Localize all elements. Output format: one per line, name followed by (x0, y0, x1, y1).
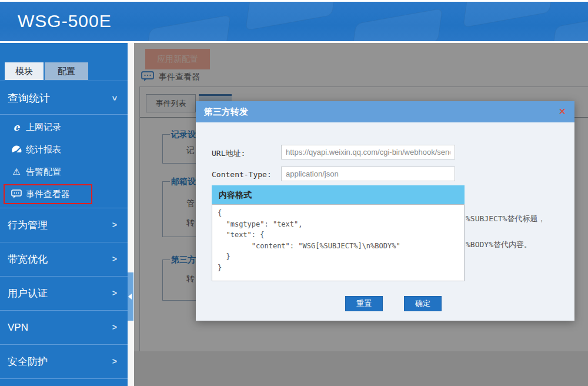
ie-icon: e (11, 121, 22, 133)
body-help-text: %BODY%替代内容。 (466, 239, 532, 250)
chevron-right-icon: > (112, 220, 117, 229)
subject-help-text: %SUBJECT%替代标题， (466, 214, 545, 224)
dialog-title: 第三方转发 (204, 101, 248, 122)
content-type-label: Content-Type: (212, 170, 272, 179)
third-party-forward-dialog: 第三方转发 ✕ URL地址: Content-Type: 内容格式 { "msg… (196, 101, 574, 321)
sidebar-item-label: 事件查看器 (26, 189, 70, 199)
dialog-titlebar[interactable]: 第三方转发 ✕ (196, 101, 574, 122)
chevron-down-icon: > (110, 96, 119, 101)
content-type-input[interactable] (281, 167, 455, 181)
sidebar-item-user-authentication[interactable]: 用户认证 > (0, 276, 128, 310)
sidebar-group-query-stats[interactable]: 查询统计 > (0, 81, 128, 115)
sidebar-item-label: 上网记录 (26, 122, 61, 132)
section-label: 带宽优化 (8, 242, 48, 276)
content-format-textarea[interactable]: { "msgtype": "text", "text": { "content"… (212, 204, 465, 281)
chevron-right-icon: > (112, 357, 117, 366)
chevron-right-icon: > (112, 254, 117, 264)
ok-button[interactable]: 确定 (404, 296, 442, 311)
app-title: WSG-500E (18, 11, 112, 31)
sidebar-item-label: 统计报表 (26, 144, 61, 154)
sidebar-sections: 行为管理 > 带宽优化 > 用户认证 > VPN > 安全防护 > (0, 208, 128, 386)
sidebar-item-event-viewer[interactable]: 事件查看器 (0, 183, 128, 205)
close-icon[interactable]: ✕ (559, 107, 566, 117)
sidebar-gutter (128, 43, 134, 386)
url-field-label: URL地址: (212, 148, 245, 159)
content-format-header: 内容格式 (212, 185, 465, 204)
sidebar-collapse-handle[interactable] (128, 272, 133, 321)
section-label: 用户认证 (8, 277, 48, 310)
chevron-right-icon: > (112, 288, 117, 298)
app-header: WSG-500E (0, 2, 588, 41)
sidebar-item-alarm-config[interactable]: ⚠ 告警配置 (0, 161, 128, 183)
sidebar: 模块 配置 查询统计 > e 上网记录 统计报表 ⚠ 告警配置 (0, 43, 128, 386)
sidebar-tab-config[interactable]: 配置 (45, 62, 88, 80)
collapse-arrow-icon (128, 294, 132, 300)
section-label: 行为管理 (8, 208, 48, 242)
sidebar-item-internet-records[interactable]: e 上网记录 (0, 116, 128, 138)
section-label: 安全防护 (8, 345, 48, 378)
sidebar-item-behavior-management[interactable]: 行为管理 > (0, 208, 128, 242)
sidebar-item-security-protection[interactable]: 安全防护 > (0, 344, 128, 378)
sidebar-item-label: 告警配置 (26, 167, 61, 177)
keyboard-texture (245, 2, 337, 31)
url-input[interactable] (281, 145, 455, 159)
alert-icon: ⚠ (11, 166, 22, 178)
sidebar-item-vpn[interactable]: VPN > (0, 310, 128, 344)
chevron-right-icon: > (112, 322, 117, 332)
sidebar-tab-module[interactable]: 模块 (5, 62, 44, 80)
sidebar-item-statistics-report[interactable]: 统计报表 (0, 138, 128, 161)
keyboard-texture (463, 2, 554, 28)
sidebar-section-partial (0, 378, 128, 386)
sidebar-group-label: 查询统计 (8, 81, 50, 115)
section-label: VPN (8, 311, 28, 344)
keyboard-texture (551, 11, 588, 41)
reset-button[interactable]: 重置 (345, 296, 383, 311)
sidebar-submenu: e 上网记录 统计报表 ⚠ 告警配置 事件查看器 (0, 116, 128, 205)
keyboard-texture (351, 8, 443, 41)
sidebar-item-bandwidth-optimization[interactable]: 带宽优化 > (0, 242, 128, 276)
keyboard-texture (145, 15, 230, 41)
event-viewer-icon (11, 188, 22, 200)
report-icon (11, 144, 22, 155)
